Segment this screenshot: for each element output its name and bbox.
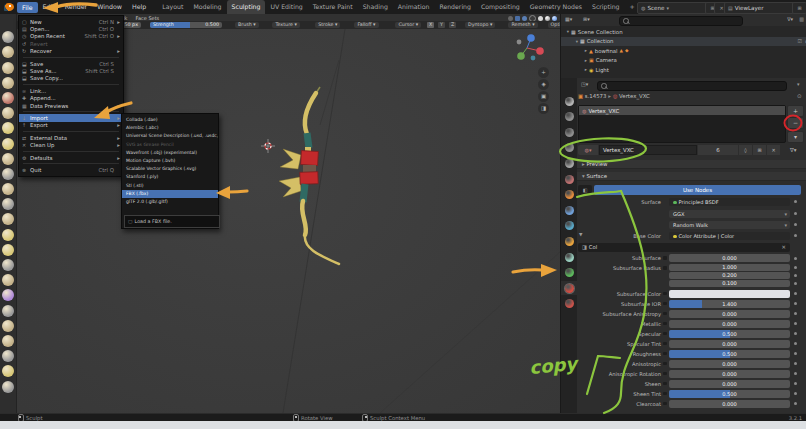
properties-tab-render[interactable] <box>561 110 577 124</box>
decorator-dot[interactable] <box>794 212 797 215</box>
metallic-slider[interactable]: 0.000 <box>669 320 790 328</box>
animate-dot[interactable] <box>663 372 667 376</box>
brush-draw-icon[interactable] <box>2 31 14 43</box>
remove-material-slot-button[interactable]: − <box>787 117 804 129</box>
brush-fill-icon[interactable] <box>2 198 14 210</box>
distribution-dropdown[interactable]: GGX▾ <box>669 210 790 218</box>
animate-dot[interactable] <box>663 362 667 366</box>
brush-pinch-icon[interactable] <box>2 244 14 256</box>
import-item-scalable-vector-graphics-svg-[interactable]: Scalable Vector Graphics (.svg) <box>122 165 218 173</box>
properties-tab-world[interactable] <box>561 172 577 186</box>
brush-clay-thumb-icon[interactable] <box>2 92 14 104</box>
import-item-stl-stl-[interactable]: Stl (.stl) <box>122 182 218 190</box>
tab-animation[interactable]: Animation <box>393 0 435 14</box>
view-layer-selector[interactable]: ▤ ViewLayer <box>724 2 798 14</box>
new-view-layer-button[interactable]: ⊞ <box>792 2 806 14</box>
surface-shader-field[interactable]: Principled BSDF <box>669 198 790 206</box>
dropdown-falloff[interactable]: Falloff ▾ <box>354 22 378 28</box>
tab-modeling[interactable]: Modeling <box>188 0 226 14</box>
brush-thumb-icon[interactable] <box>2 305 14 317</box>
mirror-x-toggle[interactable]: X <box>427 22 434 28</box>
decorator-dot[interactable] <box>794 392 797 395</box>
subsurface-ior-slider[interactable]: 1.400 <box>669 300 790 308</box>
decorator-dot[interactable] <box>794 274 797 277</box>
tab-uv-editing[interactable]: UV Editing <box>265 0 307 14</box>
animate-dot[interactable] <box>663 382 667 386</box>
file-menu-item-export[interactable]: ↑Export▸ <box>19 122 123 129</box>
decorator-dot[interactable] <box>794 257 797 260</box>
properties-tab-output[interactable] <box>561 125 577 139</box>
properties-options-icon[interactable]: ▾ <box>797 81 800 87</box>
import-item-fbx-fbx-[interactable]: FBX (.fbx) <box>122 190 218 198</box>
decorator-dot[interactable] <box>794 302 797 305</box>
decorator-dot[interactable] <box>794 342 797 345</box>
panel-surface[interactable]: ▾ Surface <box>577 172 806 181</box>
tab-layout[interactable]: Layout <box>157 0 188 14</box>
animate-dot[interactable] <box>663 302 667 306</box>
decorator-dot[interactable] <box>794 266 797 269</box>
animate-dot[interactable] <box>663 292 667 296</box>
properties-tab-tool[interactable] <box>561 94 577 108</box>
outliner-search-input[interactable] <box>619 16 743 26</box>
decorator-dot[interactable] <box>794 234 797 237</box>
decorator-dot[interactable] <box>794 382 797 385</box>
decorator-dot[interactable] <box>794 362 797 365</box>
outliner-row-camera[interactable]: ▸▣Camera◉▣ <box>561 56 806 65</box>
brush-inflate-icon[interactable] <box>2 122 14 134</box>
mirror-y-toggle[interactable]: Y <box>438 22 445 28</box>
tab-rendering[interactable]: Rendering <box>434 0 476 14</box>
file-menu-item-link-[interactable]: ∞Link... <box>19 87 123 94</box>
file-menu-item-save-copy-[interactable]: ⬓Save Copy... <box>19 75 123 82</box>
brush-draw-sharp-icon[interactable] <box>2 46 14 58</box>
animate-dot[interactable] <box>663 322 667 326</box>
checkbox-icon[interactable]: ☑ <box>797 38 801 44</box>
decorator-dot[interactable] <box>794 372 797 375</box>
material-specials-button[interactable]: ▾ <box>787 131 804 143</box>
brush-smooth-icon[interactable] <box>2 168 14 180</box>
animate-dot[interactable] <box>663 392 667 396</box>
decorator-dot[interactable] <box>794 332 797 335</box>
outliner-row-scene-collection[interactable]: ▾▦Scene Collection <box>561 27 806 36</box>
subsurface-radius-slider[interactable]: 0.100 <box>669 280 790 287</box>
anisotropic-slider[interactable]: 0.000 <box>669 360 790 368</box>
copy-material-icon[interactable]: ⊞ <box>753 145 766 155</box>
brush-layer-icon[interactable] <box>2 107 14 119</box>
animate-dot[interactable] <box>663 402 667 406</box>
properties-editor-type-icon[interactable]: ◳▾ <box>581 81 588 87</box>
decorator-dot[interactable] <box>794 223 797 226</box>
import-item-alembic-abc-[interactable]: Alembic (.abc) <box>122 124 218 132</box>
breadcrumb-material[interactable]: Vertex_VXC <box>619 93 650 99</box>
blender-logo-icon[interactable] <box>4 3 14 11</box>
brush-snake-hook-icon[interactable] <box>2 289 14 301</box>
file-menu-item-clean-up[interactable]: ✕Clean Up▸ <box>19 141 123 148</box>
import-item-collada-dae-[interactable]: Collada (.dae) <box>122 116 218 124</box>
tab-compositing[interactable]: Compositing <box>476 0 525 14</box>
menu-render[interactable]: Render <box>60 0 92 14</box>
outliner-row-light[interactable]: ▸◉Light◉▣ <box>561 65 806 74</box>
mirror-z-toggle[interactable]: Z <box>449 22 456 28</box>
tab-shading[interactable]: Shading <box>358 0 393 14</box>
brush-clay-strips-icon[interactable] <box>2 77 14 89</box>
file-menu-item-append-[interactable]: ✚Append... <box>19 95 123 102</box>
tab-sculpting[interactable]: Sculpting <box>227 0 266 14</box>
clear-icon[interactable]: ✕ <box>782 243 786 252</box>
decorator-dot[interactable] <box>794 292 797 295</box>
file-menu-item-defaults[interactable]: ⚙Defaults▸ <box>19 154 123 161</box>
browse-material-button[interactable]: ◍▾ <box>578 145 598 155</box>
anisotropic-rotation-slider[interactable]: 0.000 <box>669 370 790 378</box>
dropdown-texture[interactable]: Texture ▾ <box>272 22 300 28</box>
breadcrumb-object[interactable]: s.14573 <box>585 93 607 99</box>
file-menu-item-quit[interactable]: ⊗QuitCtrl Q <box>19 166 123 173</box>
zoom-icon[interactable]: + <box>538 67 549 78</box>
tab-texture-paint[interactable]: Texture Paint <box>308 0 358 14</box>
material-slot-row[interactable]: ◍ Vertex_VXC <box>579 106 785 115</box>
animate-dot[interactable] <box>663 266 667 270</box>
material-name-field[interactable]: Vertex_VXC <box>599 145 697 155</box>
decorator-dot[interactable] <box>794 322 797 325</box>
toggle-perspective-icon[interactable]: ◨ <box>538 103 549 114</box>
material-users-button[interactable]: 6 <box>698 145 738 155</box>
properties-search-input[interactable] <box>597 81 787 91</box>
file-menu-item-new[interactable]: ▢NewCtrl N▸ <box>19 18 123 25</box>
brush-nudge-icon[interactable] <box>2 335 14 347</box>
menu-window[interactable]: Window <box>92 0 127 14</box>
